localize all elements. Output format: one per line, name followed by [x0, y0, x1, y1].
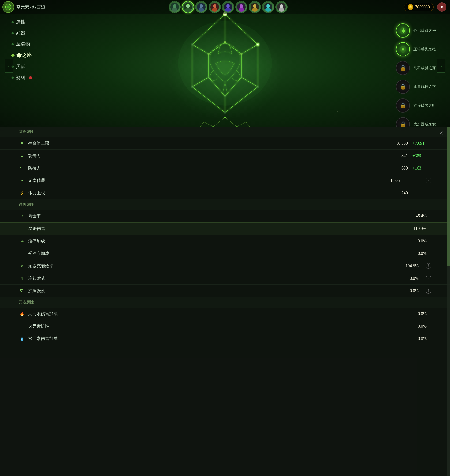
char-tab-2[interactable]: [182, 1, 194, 13]
crit-rate-icon: ✦: [19, 213, 25, 219]
top-bar: 草元素 / 纳西妲: [0, 0, 450, 14]
nav-dot-attributes: [11, 21, 14, 23]
nav-dot-profile: [11, 77, 14, 79]
stat-value-def: 630: [389, 166, 408, 171]
nav-item-attributes[interactable]: 属性: [12, 19, 32, 25]
nav-item-talent[interactable]: 天赋: [12, 64, 32, 70]
char-tab-7[interactable]: [249, 1, 261, 13]
arrow-left-button[interactable]: ‹: [5, 59, 13, 73]
stats-close-button[interactable]: ✕: [437, 129, 445, 137]
svg-point-18: [240, 4, 243, 8]
hp-icon: ❤: [19, 140, 25, 147]
nav-item-constellation[interactable]: 命之座: [12, 52, 32, 59]
char-tab-4[interactable]: [209, 1, 221, 13]
stat-value-crit-rate: 45.4%: [408, 214, 426, 219]
nav-item-artifacts[interactable]: 圣遗物: [12, 41, 32, 47]
stat-value-healing: 0.0%: [408, 239, 426, 244]
stat-row-crit-rate: ✦ 暴击率 45.4%: [0, 210, 450, 222]
game-area: 草元素 / 纳西妲: [0, 0, 450, 131]
nav-label-attributes: 属性: [16, 19, 25, 25]
stat-help-energy[interactable]: ?: [426, 263, 431, 269]
svg-point-64: [224, 117, 226, 119]
nav-label-artifacts: 圣遗物: [16, 41, 30, 47]
shield-icon: 🛡: [19, 287, 25, 294]
stat-name-incoming-heal: 受治疗加成: [28, 251, 408, 256]
skill-label-1: 心识蕴藏之种: [414, 28, 436, 33]
svg-point-16: [225, 8, 231, 12]
skill-panel: 心识蕴藏之种 正等善见之根 🔒 熏习成就之芽 🔒 比量现行之茎: [396, 24, 436, 131]
skill-label-2: 正等善见之根: [414, 47, 436, 52]
svg-point-22: [252, 8, 258, 12]
char-avatar-2: [182, 1, 194, 13]
stat-row-hydro-dmg: 💧 水元素伤害加成 0.0%: [0, 333, 450, 345]
stat-row-atk: ⚔ 攻击力 841 +389: [0, 150, 450, 162]
char-tab-5[interactable]: [222, 1, 234, 13]
stat-value-energy: 104.5%: [400, 264, 419, 268]
skill-item-4[interactable]: 🔒 比量现行之茎: [396, 80, 436, 94]
skill-item-1[interactable]: 心识蕴藏之种: [396, 24, 436, 37]
svg-point-21: [253, 4, 256, 8]
stat-value-stamina: 240: [389, 191, 408, 196]
char-tab-6[interactable]: [235, 1, 248, 13]
stat-row-crit-dmg: 暴击伤害 119.9%: [0, 222, 450, 235]
nav-label-profile: 资料: [16, 75, 25, 81]
stat-value-cdr: 0.0%: [400, 276, 419, 281]
element-stats-header: 元素属性: [0, 297, 450, 308]
skill-icon-2: [396, 42, 410, 56]
healing-icon: ✚: [19, 238, 25, 244]
stats-scrollbar[interactable]: [447, 127, 450, 476]
game-logo: [2, 1, 14, 13]
stat-name-em: 元素精通: [28, 178, 381, 183]
stat-value-crit-dmg: 119.9%: [408, 226, 426, 231]
hydro-dmg-icon: 💧: [19, 335, 25, 342]
lock-symbol-4: 🔒: [400, 84, 406, 90]
nav-item-weapon[interactable]: 武器: [12, 30, 32, 36]
svg-point-24: [266, 4, 270, 8]
char-avatar-6: [236, 1, 247, 13]
stat-name-healing: 治疗加成: [28, 238, 408, 244]
stat-row-hp: ❤ 生命值上限 10,360 +7,091: [0, 137, 450, 150]
stat-row-energy: ↺ 元素充能效率 104.5% ?: [0, 260, 450, 272]
svg-point-3: [173, 4, 176, 8]
svg-point-10: [199, 8, 204, 12]
svg-point-52: [257, 86, 259, 88]
svg-point-12: [213, 4, 216, 8]
char-avatar-9: [276, 1, 287, 13]
skill-icon-4: 🔒: [396, 80, 410, 94]
stat-row-def: 🛡 防御力 630 +163: [0, 162, 450, 174]
char-avatar-1: [169, 1, 180, 13]
nav-item-profile[interactable]: 资料: [12, 75, 32, 81]
stat-row-incoming-heal: 受治疗加成 0.0%: [0, 247, 450, 260]
profile-notification-badge: [29, 76, 32, 79]
constellation-display: [166, 7, 284, 122]
char-tab-9[interactable]: [275, 1, 288, 13]
svg-point-55: [191, 43, 193, 46]
char-avatar-5: [222, 1, 234, 13]
skill-item-2[interactable]: 正等善见之根: [396, 42, 436, 56]
stat-name-pyro-dmg: 火元素伤害加成: [28, 311, 408, 316]
skill-item-5[interactable]: 🔒 妙谛破愚之叶: [396, 98, 436, 113]
nav-dot-artifacts: [11, 43, 14, 45]
skill-item-3[interactable]: 🔒 熏习成就之芽: [396, 61, 436, 75]
stats-scrollbar-thumb[interactable]: [447, 127, 450, 266]
svg-point-53: [224, 111, 226, 114]
stat-help-cdr[interactable]: ?: [426, 275, 431, 281]
char-avatar-4: [209, 1, 220, 13]
nav-label-constellation: 命之座: [16, 52, 32, 59]
svg-point-56: [224, 41, 226, 43]
close-game-button[interactable]: ✕: [437, 2, 446, 12]
stat-row-pyro-res: 火元素抗性 0.0%: [0, 320, 450, 333]
char-tab-8[interactable]: [262, 1, 274, 13]
currency-amount: 7889088: [415, 5, 430, 10]
svg-point-25: [265, 8, 271, 12]
stat-help-shield[interactable]: ?: [426, 288, 431, 294]
stat-name-def: 防御力: [28, 165, 389, 171]
arrow-right-button[interactable]: ›: [437, 59, 445, 73]
nav-label-weapon: 武器: [16, 30, 25, 36]
stat-value-em: 1,005: [381, 178, 400, 183]
char-tab-3[interactable]: [195, 1, 207, 13]
char-tab-1[interactable]: [169, 1, 181, 13]
stat-help-em[interactable]: ?: [426, 178, 431, 183]
pyro-dmg-icon: 🔥: [19, 310, 25, 317]
stats-content[interactable]: 基础属性 ❤ 生命值上限 10,360 +7,091 ⚔ 攻击力 841 +38…: [0, 127, 450, 464]
